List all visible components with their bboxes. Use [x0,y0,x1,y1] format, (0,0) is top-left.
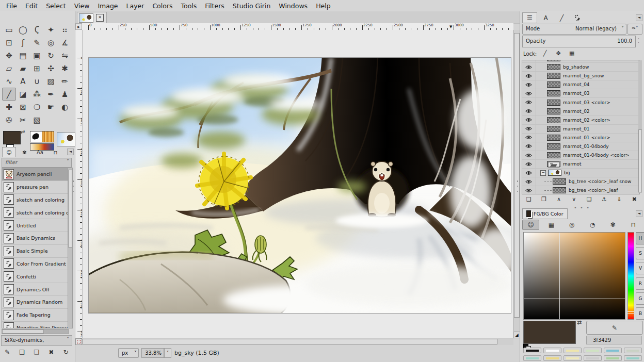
opacity-spinner[interactable]: ˄˅ [636,36,641,46]
dynamics-item[interactable]: Fade Tapering [2,309,68,322]
foreground-swatch[interactable] [3,131,21,144]
vertical-ruler[interactable]: 0250500750100012501500175020002250 [75,30,83,338]
merge-layer-button[interactable]: ⇓ [613,195,625,204]
history-color-swatch[interactable] [564,355,582,361]
layer-row[interactable]: marmot_01 [522,125,639,134]
group-expander-icon[interactable]: − [540,170,546,176]
saturation-value-square[interactable] [523,232,625,320]
left-dock-tab-fonts[interactable]: Aa [33,147,47,157]
duplicate-dynamics-button[interactable]: ❏ [31,348,42,357]
visibility-eye-icon[interactable] [522,116,536,124]
tool-3d-transform[interactable]: ⊞ [30,62,44,75]
right-dock-tab-layers[interactable]: ☰ [522,12,537,23]
lock-position-icon[interactable]: ✥ [553,50,564,58]
dynamics-collection-select[interactable]: SiXe-dynamics, ˅ [1,335,72,346]
zoom-dropdown-button[interactable]: ˅ [164,348,171,358]
tool-scissors-select[interactable]: ✂ [16,113,30,126]
tool-crop[interactable]: ▣ [30,49,44,62]
visibility-eye-icon[interactable] [522,186,536,194]
horizontal-scrollbar[interactable] [82,338,513,345]
layer-row[interactable]: bg_tree <color>_leaf [522,186,639,194]
visibility-eye-icon[interactable] [522,151,536,159]
dynamics-item[interactable]: Untitled [2,219,68,232]
tool-heal[interactable]: ✚ [2,101,16,113]
tool-cage-transform[interactable]: ✱ [58,62,72,75]
history-color-swatch[interactable] [543,348,561,353]
layer-row[interactable]: marmot_03 [522,89,639,98]
channel-button-h[interactable]: H [636,232,644,244]
left-splitter-handle[interactable] [72,180,74,192]
tool-ellipse-select[interactable]: ◯ [16,23,30,36]
new-dynamics-button[interactable]: ❑ [17,348,28,357]
anchor-layer-button[interactable]: ⚓ [598,195,610,204]
dynamics-item[interactable]: Negative Size Pressure [2,322,68,328]
menu-select[interactable]: Select [42,1,70,11]
layer-row[interactable]: marmot_01-04body [522,142,639,151]
swap-colors-icon[interactable]: ⇄ [577,319,582,326]
layers-scrollbar[interactable] [638,60,642,193]
visibility-eye-icon[interactable] [522,98,536,106]
delete-layer-button[interactable]: ✖ [628,195,640,204]
visibility-eye-icon[interactable] [522,60,536,62]
tool-airbrush[interactable]: ⁂ [30,88,44,101]
color-mode-tab-palette[interactable]: ✾ [604,220,621,230]
tool-flip[interactable]: ⇋ [58,49,72,62]
visibility-eye-icon[interactable] [522,160,536,168]
tool-free-select[interactable]: Ϛ [30,23,44,36]
left-dock-tab-patterns[interactable]: ✾ [18,147,31,157]
menu-colors[interactable]: Colors [148,1,176,11]
dynamics-list[interactable]: Aryeom pencilpressure pensketch and colo… [2,168,68,328]
edit-color-button[interactable]: ✎ [586,321,643,335]
visibility-eye-icon[interactable] [522,142,536,151]
tool-bucket-fill[interactable]: ∪ [30,75,44,88]
color-mode-tab-watercolor[interactable]: ◎ [564,220,581,230]
active-brush-indicator[interactable] [30,131,42,142]
layer-row[interactable]: marmot_04 [522,80,639,89]
visibility-eye-icon[interactable] [522,107,536,116]
tool-ink[interactable]: ✒ [44,88,58,101]
history-color-swatch[interactable] [564,348,582,353]
layer-row[interactable]: marmot_02 [522,107,639,116]
foreground-swatch-large[interactable] [523,321,576,344]
tool-unified-transform[interactable]: ⊡ [2,36,16,49]
visibility-eye-icon[interactable] [522,134,536,142]
history-color-swatch[interactable] [624,355,642,361]
hue-strip[interactable] [627,232,634,320]
dynamics-scrollbar-horizontal[interactable] [2,329,69,334]
dynamics-item[interactable]: Color From Gradient [2,258,68,271]
dynamics-item[interactable]: sketch and coloring copy [2,206,68,219]
menu-layer[interactable]: Layer [122,1,149,11]
left-dock-tab-brushes[interactable]: ☺ [2,147,16,157]
visibility-eye-icon[interactable] [522,89,536,97]
menu-tools[interactable]: Tools [177,1,201,11]
color-mode-tab-cmyk[interactable]: ▦ [543,220,560,230]
lower-layer-button[interactable]: ∨ [568,195,580,204]
canvas-painting[interactable] [89,58,511,313]
history-color-swatch[interactable] [523,348,541,353]
unit-select[interactable]: px ˅ [118,348,139,358]
dynamics-item[interactable]: Basic Simple [2,245,68,258]
zoom-level-input[interactable]: 33.8% [141,348,164,358]
panel-menu-icon[interactable]: ◄ [636,14,642,21]
tool-color-picker[interactable]: ✎ [30,36,44,49]
menu-view[interactable]: View [70,1,94,11]
chevron-down-icon[interactable]: ˅ [67,337,69,342]
tool-dodge-burn[interactable]: ◐ [58,101,72,113]
new-group-button[interactable]: ❒ [538,195,550,204]
layer-row[interactable]: marmot [522,160,639,169]
edit-dynamics-button[interactable]: ✎ [2,348,13,357]
tool-smudge[interactable]: ☛ [44,101,58,113]
layer-row[interactable]: marmot_03 <color> [522,98,639,107]
layer-row[interactable]: marmot_bg_snow [522,72,639,80]
channel-button-b[interactable]: B [636,307,644,320]
menu-edit[interactable]: Edit [21,1,42,11]
tool-gradient[interactable]: ▨ [44,75,58,88]
menu-filters[interactable]: Filters [201,1,228,11]
lock-pixels-icon[interactable]: ╱ [540,50,550,58]
right-dock-tab-brushes[interactable]: ╱ [554,12,569,23]
tool-warp-transform[interactable]: ∿ [2,75,16,88]
horizontal-ruler[interactable]: 0250500750100012501500175020002250250027… [82,23,513,30]
new-layer-button[interactable]: ❑ [523,195,535,204]
tool-fuzzy-select[interactable]: ✦ [44,23,58,36]
active-pattern-indicator[interactable] [42,131,54,142]
